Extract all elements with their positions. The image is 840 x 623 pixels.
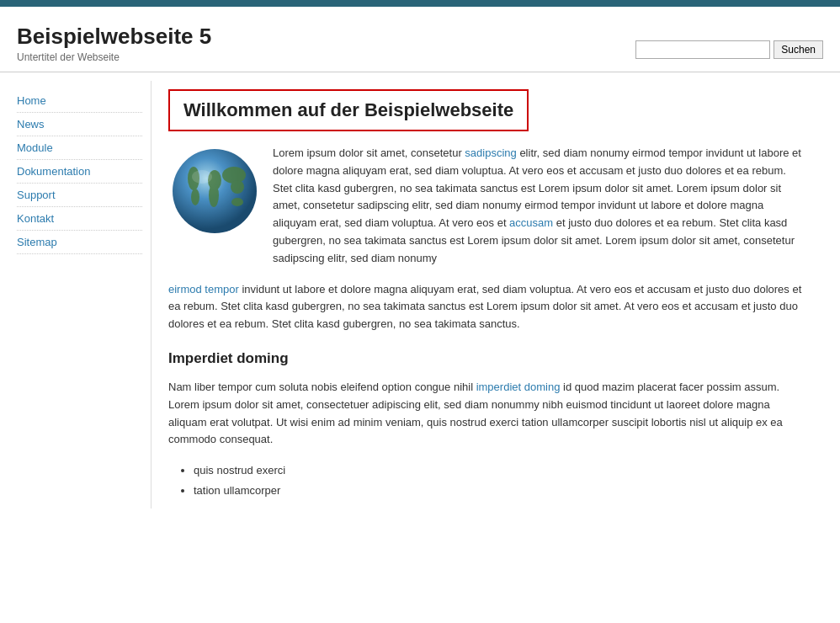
sidebar-item-sitemap[interactable]: Sitemap: [17, 231, 142, 254]
list-item: tation ullamcorper: [194, 481, 806, 500]
welcome-heading-text: Willkommen auf der Beispielwebseite: [183, 99, 513, 121]
svg-point-8: [231, 198, 243, 206]
svg-point-9: [192, 170, 212, 184]
accusam-link[interactable]: accusam: [509, 216, 553, 229]
sadipscing-link[interactable]: sadipscing: [465, 146, 516, 159]
intro-section: Lorem ipsum dolor sit amet, consetetur s…: [168, 145, 806, 268]
globe-image: [168, 145, 261, 237]
sub-heading: Imperdiet doming: [168, 350, 806, 367]
sidebar-item-support[interactable]: Support: [17, 184, 142, 207]
eirmod-link[interactable]: eirmod tempor: [168, 283, 239, 296]
sidebar-item-news[interactable]: News: [17, 113, 142, 136]
sidebar-item-home[interactable]: Home: [17, 89, 142, 113]
sub-text: Nam liber tempor cum soluta nobis eleife…: [168, 379, 806, 449]
welcome-heading-box: Willkommen auf der Beispielwebseite: [168, 89, 529, 131]
full-text: eirmod tempor invidunt ut labore et dolo…: [168, 281, 806, 333]
top-bar: [0, 0, 840, 7]
imperdiet-link[interactable]: imperdiet doming: [476, 381, 561, 393]
layout: HomeNewsModuleDokumentationSupportKontak…: [0, 72, 840, 517]
sidebar: HomeNewsModuleDokumentationSupportKontak…: [17, 81, 152, 509]
svg-point-5: [191, 189, 199, 205]
intro-text-1: Lorem ipsum dolor sit amet, consetetur: [273, 146, 465, 159]
bullet-list: quis nostrud exercitation ullamcorper: [194, 461, 806, 500]
full-text-content: invidunt ut labore et dolore magna aliqu…: [168, 283, 801, 331]
intro-text: Lorem ipsum dolor sit amet, consetetur s…: [273, 145, 806, 268]
sidebar-item-dokumentation[interactable]: Dokumentation: [17, 160, 142, 184]
sidebar-item-kontakt[interactable]: Kontakt: [17, 207, 142, 231]
list-item: quis nostrud exerci: [194, 461, 806, 480]
svg-point-6: [222, 167, 246, 184]
sub-text-1: Nam liber tempor cum soluta nobis eleife…: [168, 381, 476, 393]
search-input[interactable]: [635, 40, 770, 59]
svg-point-3: [209, 184, 219, 207]
svg-point-7: [231, 180, 244, 194]
sidebar-item-module[interactable]: Module: [17, 136, 142, 160]
search-area: Suchen: [635, 40, 823, 59]
search-button[interactable]: Suchen: [774, 40, 823, 59]
header: Beispielwebseite 5 Untertitel der Websei…: [0, 7, 840, 72]
main-content: Willkommen auf der Beispielwebseite: [152, 81, 823, 509]
